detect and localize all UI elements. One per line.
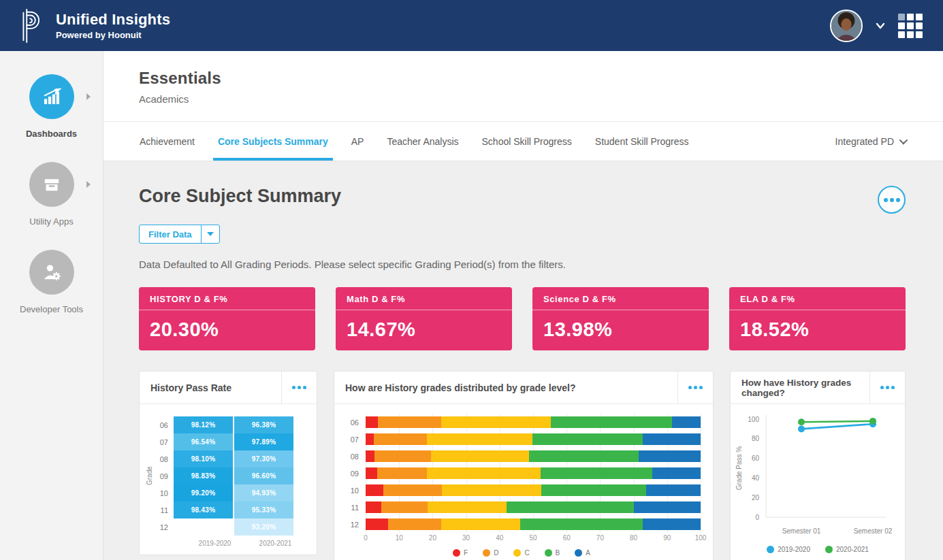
heatmap-cell: 95.33% [234,501,293,518]
kpi-value: 13.98% [532,310,709,350]
sidebar-item-dashboards[interactable]: Dashboards [0,74,103,139]
dashboards-icon[interactable] [29,74,74,119]
heatmap-cell: 93.20% [234,518,293,536]
svg-text:0: 0 [755,514,759,521]
chart-more-options-button[interactable] [281,372,317,403]
bar-row [366,482,701,499]
grade-legend: FDCBA [342,549,701,557]
tab-school-skill-progress[interactable]: School Skill Progress [470,122,584,161]
kpi-card-science: Science D & F% 13.98% [532,287,709,350]
heatmap-cell: 98.10% [174,450,233,467]
tabs-bar: Achievement Core Subjects Summary AP Tea… [103,122,943,161]
grade-change-card: How have History grades changed? 0204060… [730,371,906,560]
svg-text:Semester 02: Semester 02 [854,527,893,535]
utility-apps-icon[interactable] [29,162,74,207]
developer-tools-icon[interactable] [29,250,74,295]
grading-period-info-text: Data Defaulted to All Grading Periods. P… [139,259,906,270]
heatmap-column-labels: 2019-20202020-2021 [185,540,306,547]
tab-teacher-analysis[interactable]: Teacher Analysis [375,122,470,161]
legend-item: D [483,549,498,557]
sidebar-item-utility-apps[interactable]: Utility Apps [0,162,103,227]
svg-text:100: 100 [748,416,759,423]
kpi-card-ela: ELA D & F% 18.52% [729,287,906,350]
main-area: Essentials Academics Achievement Core Su… [103,51,943,560]
utility-apps-submenu-arrow-icon[interactable] [86,181,91,188]
sidebar-item-developer-tools[interactable]: Developer Tools [0,250,103,314]
grade-distribution-chart: 06070809101112 0102030405060708090100 FD… [334,404,713,557]
kpi-card-math: Math D & F% 14.67% [336,287,512,350]
legend-item: F [453,549,468,557]
page-title: Essentials [139,69,908,88]
heatmap-cell: 94.93% [234,484,293,501]
integrated-pd-dropdown[interactable]: Integrated PD [835,122,906,161]
heatmap-y-axis-label: Grade [144,416,155,536]
tab-ap[interactable]: AP [340,122,376,161]
heatmap-cell: 99.20% [174,484,233,501]
chart-more-options-button[interactable] [869,372,905,403]
heatmap-row: 0998.83%96.60% [155,467,306,484]
kpi-label: ELA D & F% [729,287,906,310]
sidebar-label-utility-apps: Utility Apps [0,216,103,227]
svg-text:Semester 01: Semester 01 [782,527,821,535]
legend-item: 2020-2021 [825,546,869,553]
kpi-label: Science D & F% [532,287,709,310]
kpi-row: HISTORY D & F% 20.30% Math D & F% 14.67%… [139,287,906,350]
page-header: Essentials Academics [103,51,943,122]
bar-row [366,448,701,465]
bar-x-axis: 0102030405060708090100 [366,534,701,546]
legend-item: B [545,549,560,557]
heatmap-row: 0698.12%96.38% [155,416,306,433]
section-title: Core Subject Summary [139,186,341,207]
app-header: Unified Insights Powered by Hoonuit [0,0,943,51]
section-more-options-button[interactable] [878,186,906,214]
charts-row: History Pass Rate Grade 0698.12%96.38%07… [139,371,906,560]
kpi-value: 14.67% [336,310,512,350]
bar-row [366,414,701,431]
heatmap-cell: 98.43% [174,501,233,518]
heatmap-cell: 98.12% [174,416,233,433]
heatmap-cell: 96.60% [234,467,293,484]
kpi-value: 20.30% [139,310,315,350]
heatmap-row: 0796.54%97.89% [155,433,306,450]
heatmap-cell: 97.89% [234,433,293,450]
sidebar-label-developer-tools: Developer Tools [0,304,103,314]
app-subtitle: Powered by Hoonuit [56,30,170,40]
filter-dropdown-toggle[interactable] [201,225,219,243]
heatmap-cell: 97.30% [234,450,293,467]
heatmap-grid: 0698.12%96.38%0796.54%97.89%0898.10%97.3… [155,416,306,536]
app-switcher-grid-icon[interactable] [898,14,923,38]
legend-item: A [575,549,590,557]
kpi-card-history: HISTORY D & F% 20.30% [139,287,315,350]
bar-plot-area: 0102030405060708090100 [366,414,701,546]
history-pass-rate-card: History Pass Rate Grade 0698.12%96.38%07… [139,371,317,555]
dashboard-content: Core Subject Summary Filter Data Data De… [103,161,943,560]
tab-student-skill-progress[interactable]: Student Skill Progress [584,122,701,161]
tab-core-subjects-summary[interactable]: Core Subjects Summary [206,122,340,161]
bar-row-labels: 06070809101112 [342,414,366,546]
heatmap-cell: 98.83% [174,467,233,484]
kpi-value: 18.52% [729,310,906,350]
heatmap-row: 1099.20%94.93% [155,484,306,501]
chart-title: History Pass Rate [140,372,281,403]
svg-text:60: 60 [752,455,760,462]
powerschool-logo-icon [18,7,45,44]
chart-more-options-button[interactable] [677,372,713,403]
grade-change-chart: 020406080100Grade Pass %Semester 01Semes… [731,404,905,553]
caret-down-icon [207,232,214,236]
account-chevron-down-icon[interactable] [875,20,886,31]
dashboards-submenu-arrow-icon[interactable] [86,93,91,100]
chart-title: How have History grades changed? [731,372,869,403]
kpi-label: HISTORY D & F% [139,287,315,310]
page-subtitle: Academics [139,93,908,105]
heatmap-row: 0898.10%97.30% [155,450,306,467]
filter-data-button[interactable]: Filter Data [139,225,220,244]
year-legend: 2019-20202020-2021 [733,546,902,553]
integrated-pd-label: Integrated PD [835,136,894,147]
bar-row [366,431,701,448]
chart-title: How are History grades distributed by gr… [334,372,677,403]
tab-achievement[interactable]: Achievement [128,122,206,161]
user-avatar[interactable] [830,10,863,42]
heatmap-row: 1198.43%95.33% [155,501,306,518]
heatmap-row: 1293.20% [155,518,306,536]
legend-item: 2019-2020 [767,546,810,553]
